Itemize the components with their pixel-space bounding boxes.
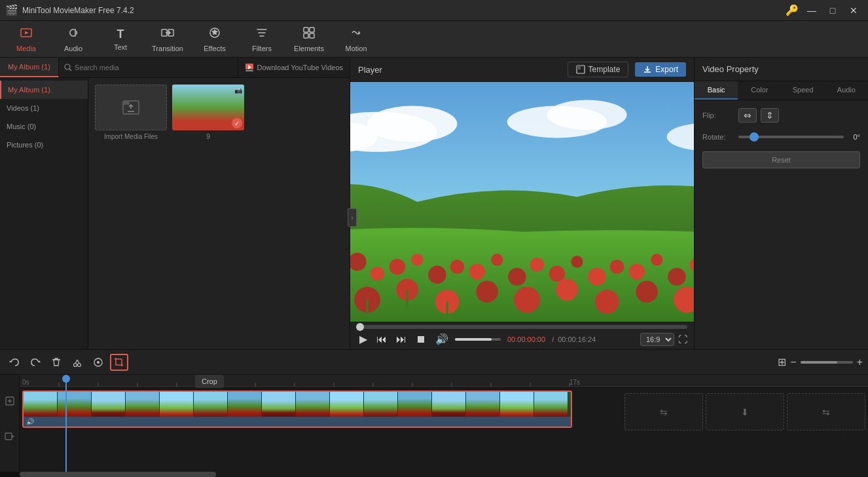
toolbar-effects[interactable]: Effects xyxy=(191,22,238,56)
zoom-slider[interactable] xyxy=(801,361,853,364)
svg-point-72 xyxy=(74,363,77,366)
media-icon xyxy=(20,26,33,43)
cut-button[interactable] xyxy=(68,354,86,371)
toolbar-media[interactable]: Media xyxy=(3,22,50,56)
import-media-item[interactable]: Import Media Files xyxy=(95,85,167,140)
audio-detach-button[interactable] xyxy=(89,354,107,371)
rotate-controls: 0° xyxy=(738,133,860,141)
placeholder-slot-1[interactable]: ⇆ xyxy=(624,393,703,430)
timeline-zoom-controls: ⊞ − + xyxy=(778,356,863,368)
aspect-ratio-select[interactable]: 16:9 9:16 1:1 4:3 xyxy=(640,333,674,346)
search-media-area[interactable] xyxy=(59,58,238,77)
transition-icon xyxy=(161,26,174,43)
player-title: Player xyxy=(358,65,561,75)
slot-3-icon: ⇆ xyxy=(822,407,830,417)
redo-button[interactable] xyxy=(26,354,45,371)
media-video-item[interactable]: 📷 ✓ 9 xyxy=(172,85,244,140)
fullscreen-button[interactable]: ⛶ xyxy=(678,334,687,345)
timeline-main: 0s 17s xyxy=(20,375,868,472)
toolbar-elements[interactable]: Elements xyxy=(285,22,333,56)
rotate-row: Rotate: 0° xyxy=(702,133,860,141)
tab-my-album[interactable]: My Album (1) xyxy=(0,58,59,77)
toolbar-effects-label: Effects xyxy=(204,45,225,52)
search-input[interactable] xyxy=(75,64,232,71)
left-tabs: My Album (1) Download YouTube Videos xyxy=(0,58,350,78)
progress-knob[interactable] xyxy=(356,323,364,331)
clip-frame-3 xyxy=(92,392,126,418)
toolbar-text[interactable]: T Text xyxy=(97,22,144,56)
flip-horizontal-button[interactable]: ⇔ xyxy=(738,108,757,123)
placeholder-slot-3[interactable]: ⇆ xyxy=(787,393,865,430)
sidebar-item-my-album[interactable]: My Album (1) xyxy=(0,81,88,99)
time-current: 00:00:00:00 xyxy=(507,335,545,343)
video-property-title: Video Property xyxy=(695,58,868,81)
toolbar-filters[interactable]: Filters xyxy=(238,22,285,56)
clip-frame-9 xyxy=(296,392,330,418)
key-icon[interactable]: 🔑 xyxy=(786,4,799,16)
timeline-scroll-thumb[interactable] xyxy=(20,472,216,477)
placeholder-slot-2[interactable]: ⬇ xyxy=(706,393,784,430)
media-video-thumb[interactable]: 📷 ✓ xyxy=(172,85,244,130)
play-button[interactable]: ▶ xyxy=(357,332,370,347)
zoom-out-button[interactable]: − xyxy=(790,356,796,368)
video-clip[interactable]: 🔊 xyxy=(22,391,572,428)
prop-tab-basic[interactable]: Basic xyxy=(695,81,738,100)
sidebar-item-pictures[interactable]: Pictures (0) xyxy=(0,136,88,154)
stop-button[interactable]: ⏹ xyxy=(413,332,429,347)
undo-button[interactable] xyxy=(5,354,24,371)
zoom-fit-button[interactable]: ⊞ xyxy=(778,356,786,368)
volume-button[interactable]: 🔊 xyxy=(433,332,451,347)
add-track-button[interactable] xyxy=(3,396,16,406)
svg-point-47 xyxy=(651,254,662,265)
reset-button[interactable]: Reset xyxy=(702,151,860,168)
svg-rect-77 xyxy=(5,433,12,440)
left-sidebar: My Album (1) Videos (1) Music (0) Pictur… xyxy=(0,78,350,349)
time-separator: / xyxy=(552,335,554,343)
toolbar-motion[interactable]: Motion xyxy=(333,22,380,56)
effects-icon xyxy=(208,26,221,43)
svg-point-73 xyxy=(78,363,81,366)
toolbar-audio[interactable]: Audio xyxy=(50,22,97,56)
clip-frame-15 xyxy=(500,392,534,418)
maximize-button[interactable]: □ xyxy=(823,4,842,17)
sidebar-item-videos[interactable]: Videos (1) xyxy=(0,99,88,117)
property-content: Flip: ⇔ ⇕ Rotate: 0° Reset xyxy=(695,100,868,349)
minimize-button[interactable]: — xyxy=(803,4,821,17)
prop-tab-audio[interactable]: Audio xyxy=(825,81,868,100)
audio-icon xyxy=(67,26,80,43)
zoom-fill xyxy=(801,361,837,364)
slot-1-icon: ⇆ xyxy=(660,407,668,417)
audio-waveform-icon: 🔊 xyxy=(26,418,34,425)
export-button[interactable]: Export xyxy=(635,62,686,77)
svg-point-40 xyxy=(508,268,526,286)
crop-button[interactable] xyxy=(110,354,128,371)
timeline-scroll-track[interactable] xyxy=(20,472,868,477)
ruler-ticks xyxy=(20,375,868,388)
svg-point-48 xyxy=(668,268,685,286)
flip-vertical-button[interactable]: ⇕ xyxy=(761,108,779,123)
close-button[interactable]: ✕ xyxy=(844,4,863,17)
svg-point-38 xyxy=(469,264,485,280)
import-media-thumb[interactable] xyxy=(95,85,167,130)
collapse-panel-button[interactable]: › xyxy=(348,208,357,227)
svg-rect-8 xyxy=(310,33,314,38)
prev-frame-button[interactable]: ⏮ xyxy=(374,332,389,347)
clip-frame-4 xyxy=(126,392,160,418)
prop-tab-color[interactable]: Color xyxy=(738,81,781,100)
progress-bar[interactable] xyxy=(357,325,687,329)
volume-slider[interactable] xyxy=(455,338,501,341)
zoom-in-button[interactable]: + xyxy=(857,356,863,368)
next-frame-button[interactable]: ⏭ xyxy=(393,332,409,347)
check-badge: ✓ xyxy=(232,118,242,128)
clip-audio-bar: 🔊 xyxy=(24,417,571,427)
rotate-slider[interactable] xyxy=(738,136,844,138)
delete-button[interactable] xyxy=(47,354,65,371)
template-button[interactable]: Template xyxy=(568,62,629,77)
download-youtube-tab[interactable]: Download YouTube Videos xyxy=(238,58,350,77)
toolbar-transition[interactable]: Transition xyxy=(144,22,191,56)
app-title: MiniTool MovieMaker Free 7.4.2 xyxy=(22,6,786,15)
prop-tab-speed[interactable]: Speed xyxy=(782,81,825,100)
sidebar-item-music[interactable]: Music (0) xyxy=(0,117,88,136)
svg-point-41 xyxy=(530,258,544,271)
camera-icon: 📷 xyxy=(234,86,242,94)
